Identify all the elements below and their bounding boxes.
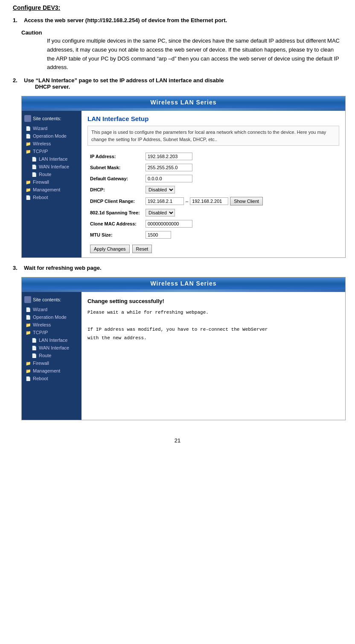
- step-2-num: 2.: [13, 77, 21, 90]
- doc-icon: 📄: [31, 171, 37, 177]
- folder-icon: 📁: [25, 322, 31, 328]
- success-line-4: with the new address.: [87, 334, 339, 343]
- page-title: Configure DEV3:: [13, 4, 342, 11]
- folder-icon: 📁: [25, 179, 31, 185]
- dhcp-range-start[interactable]: [145, 197, 184, 205]
- sidebar-item-route-1[interactable]: 📄 Route: [22, 170, 81, 178]
- field-label: Subnet Mask:: [87, 162, 143, 173]
- caution-text: If you configure multiple devices in the…: [47, 37, 342, 72]
- default-gateway-input[interactable]: [145, 175, 192, 182]
- field-label: Default Gateway:: [87, 173, 143, 184]
- apply-changes-button[interactable]: Apply Changes: [90, 245, 130, 253]
- sidebar-item-wan-2[interactable]: 📄 WAN Interface: [22, 344, 81, 352]
- sidebar-label: Wireless: [33, 141, 51, 146]
- doc-icon: 📄: [31, 352, 37, 358]
- main-content-2: Change setting successfully! Please wait…: [81, 292, 345, 420]
- table-row: Clone MAC Address:: [87, 218, 339, 229]
- folder-icon: 📁: [25, 187, 31, 193]
- sidebar-item-reboot-2[interactable]: 📄 Reboot: [22, 375, 81, 382]
- folder-icon: 📁: [25, 141, 31, 147]
- sidebar-item-wireless-1[interactable]: 📁 Wireless: [22, 140, 81, 147]
- doc-icon: 📄: [31, 337, 37, 343]
- step-2-text2: DHCP server.: [35, 84, 224, 90]
- doc-icon: 📄: [31, 345, 37, 351]
- subnet-mask-input[interactable]: [145, 164, 192, 171]
- folder-icon: 📁: [25, 360, 31, 366]
- success-title: Change setting successfully!: [87, 298, 339, 304]
- dhcp-range-separator: –: [186, 199, 188, 204]
- mtu-size-input[interactable]: [145, 231, 171, 239]
- spanning-tree-select[interactable]: Disabled Enabled: [145, 209, 175, 217]
- sidebar-item-wizard-1[interactable]: 📄 Wizard: [22, 124, 81, 132]
- clone-mac-input[interactable]: [145, 220, 192, 228]
- success-body: Please wait a while for refreshing webpa…: [87, 309, 339, 342]
- sidebar-1-header: Site contents:: [22, 114, 81, 124]
- sidebar-label: Wizard: [33, 126, 47, 131]
- sidebar-label: Route: [39, 353, 51, 358]
- table-row: DHCP Client Range: – Show Client: [87, 195, 339, 207]
- caution-block: Caution If you configure multiple device…: [21, 29, 342, 72]
- reset-button[interactable]: Reset: [132, 245, 152, 253]
- dhcp-range-end[interactable]: [190, 197, 228, 205]
- sidebar-label: Firewall: [33, 361, 49, 366]
- sidebar-item-lan-1[interactable]: 📄 LAN Interface: [22, 155, 81, 163]
- step-1: 1. Access the web server (http://192.168…: [13, 17, 342, 23]
- sidebar-label: Reboot: [33, 376, 48, 381]
- sidebar-2-title: Site contents:: [33, 297, 61, 302]
- doc-icon: 📄: [25, 133, 31, 139]
- table-row: Subnet Mask:: [87, 162, 339, 173]
- browser-2-titlebar: Wireless LAN Series: [22, 277, 345, 289]
- sidebar-item-wireless-2[interactable]: 📁 Wireless: [22, 321, 81, 329]
- sidebar-label: TCP/IP: [33, 330, 48, 335]
- sidebar-label: Firewall: [33, 179, 49, 185]
- sidebar-label: WAN Interface: [39, 345, 69, 350]
- form-table-1: IP Address: Subnet Mask: Default Gateway…: [87, 151, 339, 240]
- sidebar-item-opmode-2[interactable]: 📄 Operation Mode: [22, 313, 81, 321]
- sidebar-2-header: Site contents:: [22, 295, 81, 306]
- field-label: Clone MAC Address:: [87, 218, 143, 229]
- step-3-num: 3.: [13, 265, 21, 271]
- sidebar-item-reboot-1[interactable]: 📄 Reboot: [22, 193, 81, 201]
- sidebar-item-route-2[interactable]: 📄 Route: [22, 352, 81, 359]
- desc-text-1: This page is used to configure the param…: [87, 126, 339, 146]
- folder-icon: 📁: [25, 368, 31, 374]
- folder-icon: 📁: [25, 148, 31, 154]
- sidebar-item-mgmt-2[interactable]: 📁 Management: [22, 367, 81, 375]
- doc-icon: 📄: [25, 375, 31, 381]
- sidebar-item-tcpip-1[interactable]: 📁 TCP/IP: [22, 147, 81, 155]
- browser-1-inner: Site contents: 📄 Wizard 📄 Operation Mode…: [22, 111, 345, 257]
- sidebar-label: Operation Mode: [33, 315, 67, 320]
- doc-icon: 📄: [25, 194, 31, 200]
- sidebar-item-tcpip-2[interactable]: 📁 TCP/IP: [22, 329, 81, 336]
- doc-icon: 📄: [31, 156, 37, 162]
- sidebar-item-firewall-1[interactable]: 📁 Firewall: [22, 178, 81, 186]
- site-icon: [24, 296, 31, 303]
- step-2-text: Use “LAN Interface” page to set the IP a…: [24, 77, 224, 84]
- sidebar-item-opmode-1[interactable]: 📄 Operation Mode: [22, 132, 81, 140]
- ip-address-input[interactable]: [145, 153, 192, 160]
- success-line-2: Please wait a while for refreshing webpa…: [87, 309, 339, 317]
- show-client-button[interactable]: Show Client: [230, 197, 263, 205]
- step-3-text: Wait for refreshing web page.: [24, 265, 102, 271]
- sidebar-label: LAN Interface: [39, 156, 67, 162]
- sidebar-item-mgmt-1[interactable]: 📁 Management: [22, 186, 81, 193]
- dhcp-select[interactable]: Disabled Enabled: [145, 186, 175, 193]
- section-title-1: LAN Interface Setup: [87, 115, 339, 122]
- sidebar-item-lan-2[interactable]: 📄 LAN Interface: [22, 336, 81, 344]
- sidebar-item-wan-1[interactable]: 📄 WAN Interface: [22, 163, 81, 170]
- sidebar-item-firewall-2[interactable]: 📁 Firewall: [22, 359, 81, 367]
- browser-2-inner: Site contents: 📄 Wizard 📄 Operation Mode…: [22, 292, 345, 420]
- sidebar-item-wizard-2[interactable]: 📄 Wizard: [22, 306, 81, 313]
- sidebar-label: Wireless: [33, 322, 51, 327]
- sidebar-label: Management: [33, 187, 60, 192]
- table-row: Default Gateway:: [87, 173, 339, 184]
- step-1-num: 1.: [13, 17, 21, 23]
- sidebar-label: Route: [39, 172, 51, 177]
- sidebar-label: TCP/IP: [33, 149, 48, 154]
- table-row: MTU Size:: [87, 229, 339, 240]
- browser-frame-1: Wireless LAN Series Site contents: 📄 Wiz…: [21, 96, 346, 258]
- step-1-text: Access the web server (http://192.168.2.…: [24, 17, 227, 23]
- success-line-3: If IP address was modified, you have to …: [87, 326, 339, 334]
- sidebar-label: Wizard: [33, 307, 47, 312]
- step-2: 2. Use “LAN Interface” page to set the I…: [13, 77, 342, 90]
